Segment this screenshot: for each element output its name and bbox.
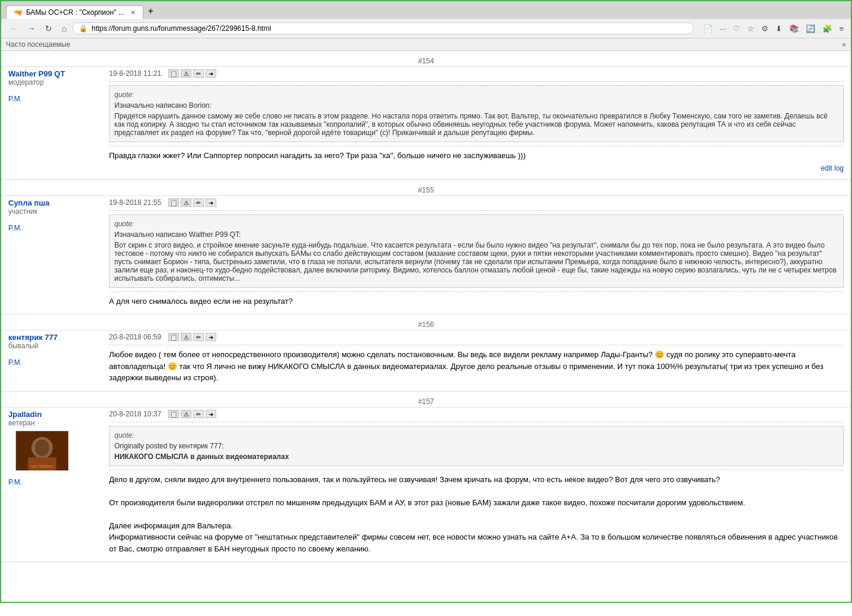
reader-mode-button[interactable]: 📄: [701, 22, 715, 36]
refresh-button[interactable]: ↻: [41, 21, 56, 36]
active-tab[interactable]: 🔫 БАМы ОС+CR : "Скорпион" ... ✕: [6, 5, 143, 19]
separator-157: [109, 422, 844, 422]
quote-author-154: Изначально написано Borion:: [114, 101, 838, 110]
quote-block-154: quote: Изначально написано Borion: Приде…: [109, 85, 844, 142]
tab-close-icon[interactable]: ✕: [130, 9, 136, 17]
post-action-icons-156: 📋 ⚠ ✏ ➜: [168, 333, 216, 341]
quote-icon-154[interactable]: 📋: [168, 69, 179, 78]
back-button[interactable]: ←: [6, 21, 21, 36]
post-layout-157: Jpalladin ветеран VETERAN P.M.: [1, 408, 851, 557]
separator-155: [109, 210, 844, 211]
quote-icon-156[interactable]: 📋: [168, 333, 179, 341]
edit-icon-156[interactable]: ✏: [193, 333, 204, 341]
quote-text-154: Придется нарушить данное самому же себе …: [114, 112, 838, 137]
edit-log-154[interactable]: edit log: [821, 164, 844, 172]
quote-label-157: quote:: [114, 431, 838, 439]
extensions-button[interactable]: 🧩: [820, 22, 834, 36]
quote-text-157: НИКАКОГО СМЫСЛА в данных видеоматериалах: [114, 453, 838, 461]
post-layout-156: кентярик 777 бывалый P.M. 20-8-2018 06:5…: [1, 331, 851, 386]
pm-link-156[interactable]: P.M.: [8, 358, 22, 367]
home-button[interactable]: ⌂: [58, 21, 70, 36]
post-author-157[interactable]: Jpalladin: [8, 410, 41, 419]
post-date-156: 20-8-2018 06:59: [109, 333, 161, 341]
post-author-section-156: кентярик 777 бывалый P.M.: [1, 331, 102, 386]
post-text-157: Дело в другом, сняли видео для внутренне…: [109, 474, 844, 555]
separator2-157: [109, 470, 844, 470]
post-role-156: бывалый: [8, 342, 95, 350]
pm-link-157[interactable]: P.M.: [8, 478, 22, 486]
post-content-156: 20-8-2018 06:59 📋 ⚠ ✏ ➜ Любое видео ( те…: [102, 331, 851, 386]
separator2-155: [109, 291, 844, 292]
post-role-154: модератор: [8, 78, 95, 86]
quote-block-155: quote: Изначально написано Walther P99 Q…: [109, 214, 844, 288]
quote-author-155: Изначально написано Walther P99 QT:: [114, 230, 838, 239]
url-input[interactable]: [91, 24, 687, 33]
post-meta-154: 19-8-2018 11:21 📋 ⚠ ✏ ➜: [109, 69, 844, 78]
edit-icon-157[interactable]: ✏: [193, 410, 204, 418]
settings-button[interactable]: ⚙: [759, 22, 771, 36]
svg-text:VETERAN: VETERAN: [31, 464, 53, 469]
post-action-icons-157: 📋 ⚠ ✏ ➜: [168, 410, 216, 418]
download-button[interactable]: ⬇: [773, 22, 784, 36]
post-text-156: Любое видео ( тем более от непосредствен…: [109, 349, 844, 384]
pm-link-155[interactable]: P.M.: [8, 224, 22, 232]
nav-bar: ← → ↻ ⌂ 🔒 📄 ··· ♡ ☆ ⚙ ⬇ 📚 🔄 🧩 ≡: [1, 19, 851, 38]
delete-icon-157[interactable]: ➜: [206, 410, 216, 418]
forward-button[interactable]: →: [24, 21, 39, 36]
tab-favicon: 🔫: [14, 8, 23, 17]
post-156: #156 кентярик 777 бывалый P.M. 20-8-2018…: [1, 315, 851, 392]
separator2-154: [109, 146, 844, 146]
report-icon-156[interactable]: ⚠: [181, 333, 191, 341]
content-area[interactable]: #154 Walther P99 QT модератор P.M. 19-8-…: [1, 51, 851, 602]
menu-button[interactable]: ≡: [837, 22, 846, 36]
ssl-lock-icon: 🔒: [79, 24, 88, 33]
quote-label-154: quote:: [114, 91, 838, 99]
post-number-155: #155: [1, 185, 851, 196]
browser-window: 🔫 БАМы ОС+CR : "Скорпион" ... ✕ + ← → ↻ …: [0, 0, 852, 603]
post-number-157: #157: [1, 396, 851, 408]
post-content-157: 20-8-2018 10:37 📋 ⚠ ✏ ➜ quote: Originall…: [102, 408, 851, 557]
quote-block-157: quote: Originally posted by кентярик 777…: [109, 426, 844, 466]
post-author-154[interactable]: Walther P99 QT: [8, 69, 65, 78]
bookmark-button[interactable]: ♡: [731, 22, 742, 36]
report-icon-157[interactable]: ⚠: [181, 410, 191, 418]
star-button[interactable]: ☆: [745, 22, 757, 36]
edit-icon-154[interactable]: ✏: [193, 69, 204, 78]
quote-text-155: Вот скрин с этого видео, и стройкое мнен…: [114, 241, 838, 283]
sync-button[interactable]: 🔄: [803, 22, 818, 36]
report-icon-154[interactable]: ⚠: [181, 69, 191, 78]
post-date-157: 20-8-2018 10:37: [109, 410, 161, 418]
new-tab-button[interactable]: +: [143, 4, 158, 19]
expand-bookmarks-button[interactable]: »: [842, 40, 846, 49]
separator-154: [109, 81, 844, 82]
report-icon-155[interactable]: ⚠: [181, 198, 191, 207]
post-meta-155: 19-8-2018 21:55 📋 ⚠ ✏ ➜: [109, 198, 844, 207]
post-action-icons-154: 📋 ⚠ ✏ ➜: [168, 69, 216, 78]
delete-icon-155[interactable]: ➜: [206, 198, 216, 207]
avatar-image-157: VETERAN: [16, 431, 68, 470]
avatar-157: VETERAN: [15, 431, 69, 471]
delete-icon-154[interactable]: ➜: [206, 69, 216, 78]
quote-icon-155[interactable]: 📋: [168, 198, 179, 207]
post-content-155: 19-8-2018 21:55 📋 ⚠ ✏ ➜ quote: Изначальн…: [102, 196, 851, 310]
quote-label-155: quote:: [114, 220, 838, 228]
edit-icon-155[interactable]: ✏: [193, 198, 204, 207]
post-author-section-154: Walther P99 QT модератор P.M.: [1, 67, 102, 175]
post-action-icons-155: 📋 ⚠ ✏ ➜: [168, 198, 216, 207]
post-role-155: участник: [8, 207, 95, 216]
quote-icon-157[interactable]: 📋: [168, 410, 179, 418]
pm-link-154[interactable]: P.M.: [8, 95, 22, 103]
post-layout-154: Walther P99 QT модератор P.M. 19-8-2018 …: [1, 67, 851, 175]
post-text-155: А для чего снималось видео если не на ре…: [109, 296, 844, 307]
post-author-156[interactable]: кентярик 777: [8, 333, 57, 342]
delete-icon-156[interactable]: ➜: [206, 333, 216, 341]
smiley-2: 😊: [168, 362, 177, 371]
post-meta-156: 20-8-2018 06:59 📋 ⚠ ✏ ➜: [109, 333, 844, 341]
library-button[interactable]: 📚: [787, 22, 801, 36]
post-author-155[interactable]: Супла пша: [8, 198, 50, 207]
address-bar: 🔒: [72, 23, 693, 34]
often-visited-label[interactable]: Часто посещаемые: [6, 40, 71, 49]
post-155: #155 Супла пша участник P.M. 19-8-2018 2…: [1, 180, 851, 315]
more-button[interactable]: ···: [718, 22, 729, 36]
bookmarks-bar: Часто посещаемые »: [1, 38, 851, 51]
